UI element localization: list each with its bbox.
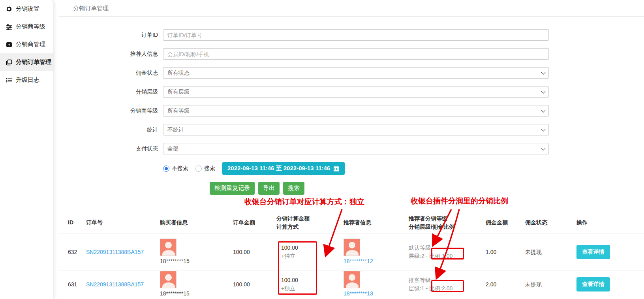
commission-status: 未提现 bbox=[525, 281, 542, 288]
level-ratio-line: 层级:2 - 比例:1.00 bbox=[409, 252, 486, 260]
date-range-text: 2022-09-13 11:46 至 2022-09-13 11:46 bbox=[227, 165, 330, 172]
filter-row-payment-status: 支付状态 全部 bbox=[59, 143, 644, 154]
col-order-amount: 订单金额 bbox=[233, 219, 255, 226]
search-button[interactable]: 搜索 bbox=[283, 182, 304, 195]
filter-row-order-id: 订单ID bbox=[59, 29, 644, 41]
referrer-avatar bbox=[344, 239, 360, 256]
sidebar-item-distributor-levels[interactable]: 分销商等级 bbox=[0, 18, 53, 36]
calc-mode: +独立 bbox=[281, 284, 344, 293]
chevron-down-icon bbox=[541, 108, 545, 112]
statistics-value: 不统计 bbox=[167, 126, 184, 134]
order-id-label: 订单ID bbox=[59, 32, 158, 39]
col-actions: 操作 bbox=[576, 219, 588, 226]
search-radio[interactable]: 搜索 bbox=[195, 165, 215, 172]
chevron-down-icon bbox=[541, 89, 545, 93]
sliders-icon bbox=[6, 23, 12, 30]
sidebar-item-label: 分销订单管理 bbox=[16, 58, 51, 66]
table-row: 631 SN22091311388BA157 18********15 100.… bbox=[59, 271, 644, 298]
row-id: 632 bbox=[68, 249, 77, 255]
referrer-info-label: 推荐人信息 bbox=[59, 51, 158, 58]
commission-status-label: 佣金状态 bbox=[59, 70, 158, 77]
ratio-value: 比例:1.00 bbox=[429, 253, 452, 259]
col-commission-status: 佣金状态 bbox=[525, 219, 547, 226]
date-range-button[interactable]: 2022-09-13 11:46 至 2022-09-13 11:46 bbox=[222, 162, 345, 175]
order-amount: 100.00 bbox=[233, 249, 250, 255]
order-amount: 100.00 bbox=[233, 281, 250, 288]
orders-table-wrap: ID 订单号 购买者信息 订单金额 分销计算金额 计算方式 推荐者信息 推荐者分… bbox=[59, 212, 644, 298]
order-id-input[interactable] bbox=[163, 29, 549, 41]
page-title: 分销订单管理 bbox=[59, 0, 644, 17]
main-content: 分销订单管理 订单ID 推荐人信息 佣金状态 所有状态 分销层级 bbox=[59, 0, 644, 299]
col-id: ID bbox=[68, 219, 73, 226]
sidebar-item-label: 分销设置 bbox=[16, 5, 39, 13]
date-search-row: 不搜索 搜索 2022-09-13 11:46 至 2022-09-13 11:… bbox=[163, 162, 644, 175]
calendar-icon bbox=[333, 165, 340, 172]
export-button[interactable]: 导出 bbox=[258, 182, 280, 195]
table-row: 632 SN22091311388BA157 18********15 100.… bbox=[59, 233, 644, 271]
table-header-row: ID 订单号 购买者信息 订单金额 分销计算金额 计算方式 推荐者信息 推荐者分… bbox=[59, 212, 644, 233]
level-ratio-line: 层级:1 - 比例:2.00 bbox=[409, 284, 486, 293]
referrer-phone[interactable]: 18********13 bbox=[344, 290, 409, 298]
buyer-phone: 18********15 bbox=[160, 257, 233, 265]
manage-icon bbox=[6, 41, 12, 48]
search-radio-label: 搜索 bbox=[204, 165, 215, 172]
payment-status-select[interactable]: 全部 bbox=[163, 143, 549, 154]
check-duplicates-button[interactable]: 检测重复记录 bbox=[210, 182, 255, 195]
filter-form: 订单ID 推荐人信息 佣金状态 所有状态 分销层级 bbox=[59, 17, 644, 195]
referrer-info-input[interactable] bbox=[163, 48, 549, 60]
referrer-level: 默认等级 bbox=[409, 244, 486, 252]
orders-icon bbox=[6, 59, 12, 66]
referrer-avatar bbox=[344, 271, 360, 288]
sidebar-item-distribution-settings[interactable]: 分销设置 bbox=[0, 0, 53, 18]
sidebar-item-distribution-orders[interactable]: 分销订单管理 bbox=[0, 53, 53, 71]
sidebar-item-upgrade-log[interactable]: 升级日志 bbox=[0, 71, 53, 89]
calc-amount: 100.00 bbox=[281, 276, 344, 284]
col-order-no: 订单号 bbox=[86, 219, 103, 226]
sidebar: 分销设置 分销商等级 分销商管理 分销订单管理 bbox=[0, 0, 53, 299]
no-search-radio[interactable]: 不搜索 bbox=[163, 165, 188, 172]
calc-amount: 100.00 bbox=[281, 244, 344, 252]
sidebar-item-label: 分销商等级 bbox=[16, 23, 45, 30]
distribution-level-select[interactable]: 所有层级 bbox=[163, 86, 549, 98]
commission-amount: 1.00 bbox=[486, 249, 496, 255]
view-detail-button[interactable]: 查看详情 bbox=[576, 245, 610, 259]
commission-status-select[interactable]: 所有状态 bbox=[163, 67, 549, 79]
chevron-down-icon bbox=[541, 127, 545, 131]
buyer-phone: 18********15 bbox=[160, 290, 233, 298]
col-commission: 佣金金额 bbox=[486, 219, 508, 226]
distribution-level-value: 所有层级 bbox=[167, 88, 190, 96]
commission-amount: 2.00 bbox=[486, 281, 496, 288]
order-no-link[interactable]: SN22091311388BA157 bbox=[86, 249, 144, 255]
chevron-down-icon bbox=[541, 146, 545, 150]
col-level-ratio: 分销层级/佣金比例 bbox=[409, 223, 486, 231]
list-icon bbox=[6, 77, 12, 83]
filter-row-distributor-grade: 分销商等级 所有等级 bbox=[59, 105, 644, 117]
col-calc-mode: 计算方式 bbox=[276, 223, 344, 231]
sidebar-item-distributor-management[interactable]: 分销商管理 bbox=[0, 36, 53, 53]
col-calc-amount: 分销计算金额 bbox=[276, 214, 344, 223]
view-detail-button[interactable]: 查看详情 bbox=[576, 277, 610, 291]
order-no-link[interactable]: SN22091311388BA157 bbox=[86, 281, 144, 288]
distribution-level-label: 分销层级 bbox=[59, 88, 158, 96]
filter-row-commission-status: 佣金状态 所有状态 bbox=[59, 67, 644, 79]
distributor-grade-select[interactable]: 所有等级 bbox=[163, 105, 549, 117]
chevron-down-icon bbox=[541, 70, 545, 74]
sidebar-item-label: 升级日志 bbox=[16, 76, 39, 84]
sidebar-item-label: 分销商管理 bbox=[16, 41, 45, 48]
row-id: 631 bbox=[68, 281, 77, 288]
payment-status-label: 支付状态 bbox=[59, 145, 158, 152]
filter-row-distribution-level: 分销层级 所有层级 bbox=[59, 86, 644, 98]
commission-status-value: 所有状态 bbox=[167, 70, 190, 77]
filter-row-referrer-info: 推荐人信息 bbox=[59, 48, 644, 60]
radio-unselected-icon bbox=[195, 165, 202, 172]
statistics-select[interactable]: 不统计 bbox=[163, 124, 549, 135]
referrer-phone[interactable]: 18********12 bbox=[344, 257, 409, 265]
filter-row-statistics: 统计 不统计 bbox=[59, 124, 644, 135]
referrer-level: 推客等级一 bbox=[409, 276, 486, 284]
col-buyer-info: 购买者信息 bbox=[160, 219, 188, 226]
buyer-avatar bbox=[160, 271, 176, 288]
calc-mode: +独立 bbox=[281, 252, 344, 260]
orders-table: ID 订单号 购买者信息 订单金额 分销计算金额 计算方式 推荐者信息 推荐者分… bbox=[59, 212, 644, 298]
commission-status: 未提现 bbox=[525, 249, 542, 255]
col-referrer-info: 推荐者信息 bbox=[344, 219, 371, 226]
